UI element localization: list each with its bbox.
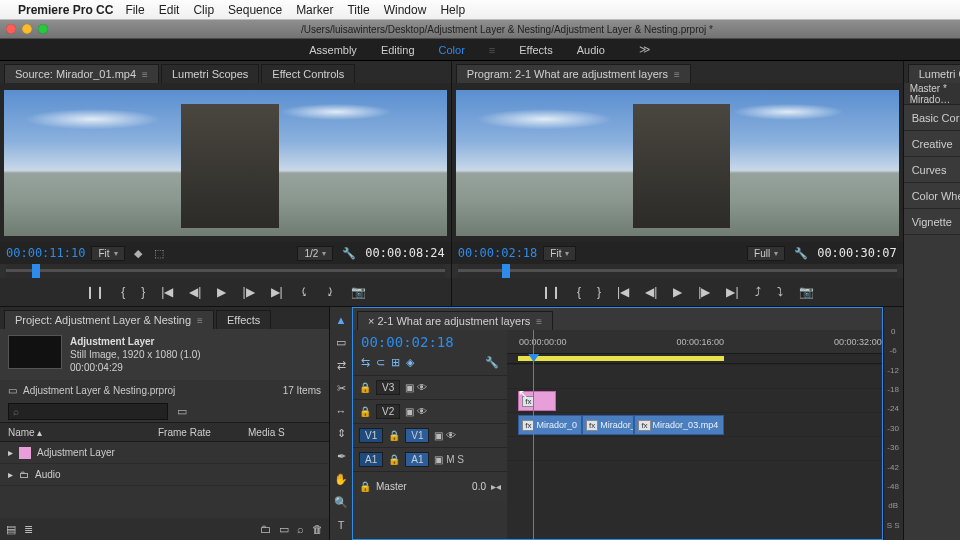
mark-out-icon[interactable]: } [594,283,604,301]
timeline-timecode[interactable]: 00:00:02:18 [353,330,507,354]
lumetri-curves[interactable]: Curves✔ [904,157,960,183]
new-item-icon[interactable]: ▭ [279,523,289,536]
playhead[interactable] [533,330,534,539]
go-out-icon[interactable]: ▶| [723,283,741,301]
lumetri-master-row[interactable]: Master * Mirado…▾ 2-1 What are… [904,83,960,105]
insert-icon[interactable]: ⤹ [296,283,312,301]
panel-menu-icon[interactable]: ≡ [197,315,203,326]
track-v3[interactable] [507,364,882,388]
menu-marker[interactable]: Marker [296,3,333,17]
type-tool-icon[interactable]: T [338,516,345,534]
wrench-icon[interactable]: 🔧 [791,247,811,260]
clip-mirador-01[interactable]: fxMirador_0 [518,415,582,435]
panel-menu-icon[interactable]: ≡ [142,69,148,80]
selection-tool-icon[interactable]: ▲ [336,311,347,329]
pen-tool-icon[interactable]: ✒ [337,447,346,466]
ripple-tool-icon[interactable]: ⇄ [337,356,346,375]
program-scrub-bar[interactable] [458,264,897,278]
source-tab[interactable]: Source: Mirador_01.mp4≡ [4,64,159,83]
overwrite-icon[interactable]: ⤸ [322,283,338,301]
menu-clip[interactable]: Clip [193,3,214,17]
new-bin-icon[interactable]: 🗀 [260,523,271,535]
hand-tool-icon[interactable]: ✋ [334,470,348,489]
marker-icon[interactable]: ◆ [131,247,145,260]
app-name[interactable]: Premiere Pro CC [18,3,113,17]
play-icon[interactable]: ▶ [670,283,685,301]
mark-out-icon[interactable]: } [138,283,148,301]
source-preview[interactable] [0,83,451,242]
track-header-v2[interactable]: 🔒V2▣ 👁 [353,399,507,423]
program-tab[interactable]: Program: 2-1 What are adjustment layers≡ [456,64,691,83]
menu-edit[interactable]: Edit [159,3,180,17]
list-item[interactable]: ▸🗀 Audio [0,464,329,486]
workspace-overflow-icon[interactable]: ≫ [639,43,651,56]
workspace-color[interactable]: Color [439,44,465,56]
link-icon[interactable]: ⊂ [376,356,385,369]
step-back-icon[interactable]: ◀| [186,283,204,301]
source-fit-dropdown[interactable]: Fit [91,246,124,261]
step-fwd-icon[interactable]: |▶ [239,283,257,301]
track-header-v3[interactable]: 🔒V3▣ 👁 [353,375,507,399]
go-in-icon[interactable]: |◀ [614,283,632,301]
effects-tab[interactable]: Effects [216,310,271,329]
bin-name[interactable]: Adjustment Layer & Nesting.prproj [23,385,175,396]
step-fwd-icon[interactable]: |▶ [695,283,713,301]
col-media-start[interactable]: Media S [240,427,293,438]
marker-icon[interactable]: ⊞ [391,356,400,369]
program-fit-dropdown[interactable]: Fit [543,246,576,261]
snap-icon[interactable]: ⇆ [361,356,370,369]
effect-controls-tab[interactable]: Effect Controls [261,64,355,83]
track-master[interactable] [507,460,882,490]
clip-thumbnail[interactable] [8,335,62,369]
source-out-timecode[interactable]: 00:00:08:24 [365,246,444,260]
program-in-timecode[interactable]: 00:00:02:18 [458,246,537,260]
workspace-editing[interactable]: Editing [381,44,415,56]
project-tab[interactable]: Project: Adjustment Layer & Nesting≡ [4,310,214,329]
delete-icon[interactable]: 🗑 [312,523,323,535]
track-v2[interactable]: fx ↖ [507,388,882,412]
list-view-icon[interactable]: ▤ [6,523,16,536]
workspace-audio[interactable]: Audio [577,44,605,56]
menu-file[interactable]: File [125,3,144,17]
lumetri-scopes-tab[interactable]: Lumetri Scopes [161,64,259,83]
menu-help[interactable]: Help [440,3,465,17]
col-name[interactable]: Name ▴ [0,427,150,438]
list-item[interactable]: ▸ Adjustment Layer [0,442,329,464]
step-back-icon[interactable]: ◀| [642,283,660,301]
settings-icon[interactable]: ◈ [406,356,414,369]
lumetri-color-wheels[interactable]: Color Wheels✔ [904,183,960,209]
time-ruler[interactable]: 00:00:00:0000:00:16:0000:00:32:00 [507,330,882,354]
add-marker-icon[interactable]: ❙❙ [82,283,108,301]
program-resolution-dropdown[interactable]: Full [747,246,785,261]
clip-mirador-02[interactable]: fxMirador_ [582,415,634,435]
menu-window[interactable]: Window [384,3,427,17]
program-out-timecode[interactable]: 00:00:30:07 [817,246,896,260]
panel-menu-icon[interactable]: ≡ [536,316,542,327]
menu-title[interactable]: Title [347,3,369,17]
panel-menu-icon[interactable]: ≡ [674,69,680,80]
timeline-tracks-area[interactable]: 00:00:00:0000:00:16:0000:00:32:00 fx ↖ f… [507,330,882,539]
play-icon[interactable]: ▶ [214,283,229,301]
traffic-close[interactable] [6,24,16,34]
wrench-icon[interactable]: 🔧 [339,247,359,260]
lumetri-vignette[interactable]: Vignette✔ [904,209,960,235]
source-scrub-bar[interactable] [6,264,445,278]
program-preview[interactable] [452,83,903,242]
track-v1[interactable]: fxMirador_0 fxMirador_ fxMirador_03.mp4 [507,412,882,436]
wrench-icon[interactable]: 🔧 [485,356,499,369]
lumetri-basic-correction[interactable]: Basic Correction✔ [904,105,960,131]
zoom-tool-icon[interactable]: 🔍 [334,493,348,512]
mark-in-icon[interactable]: { [574,283,584,301]
workspace-assembly[interactable]: Assembly [309,44,357,56]
icon-view-icon[interactable]: ≣ [24,523,33,536]
menu-sequence[interactable]: Sequence [228,3,282,17]
source-in-timecode[interactable]: 00:00:11:10 [6,246,85,260]
lumetri-creative[interactable]: Creative✔ [904,131,960,157]
track-header-master[interactable]: 🔒Master0.0▸◂ [353,471,507,501]
traffic-minimize[interactable] [22,24,32,34]
source-resolution-dropdown[interactable]: 1/2 [297,246,333,261]
export-frame-icon[interactable]: 📷 [796,283,817,301]
lift-icon[interactable]: ⤴ [752,283,764,301]
razor-tool-icon[interactable]: ✂ [337,379,346,398]
extract-icon[interactable]: ⤵ [774,283,786,301]
